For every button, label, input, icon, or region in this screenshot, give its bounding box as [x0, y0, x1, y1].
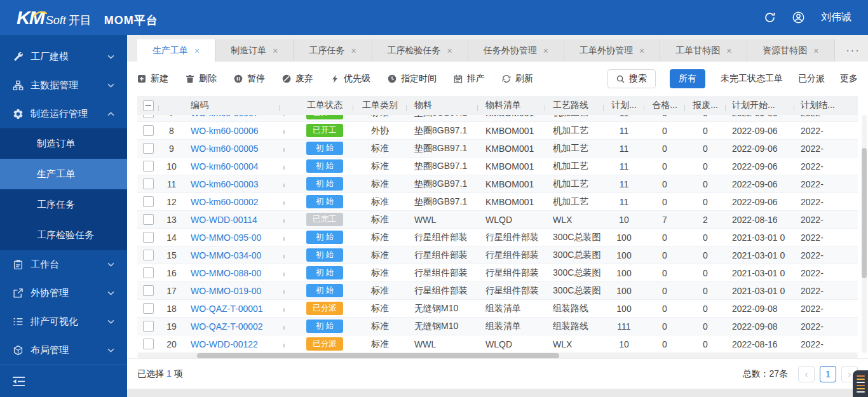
collapse-sidebar-icon[interactable] — [13, 375, 25, 387]
refresh-icon[interactable] — [764, 11, 776, 24]
prev-page-button[interactable]: ‹ — [798, 366, 815, 382]
sidebar-subitem-manufacturing-orders[interactable]: 制造订单 — [0, 128, 127, 159]
search-button[interactable]: 搜索 — [607, 69, 656, 88]
column-header-route[interactable]: 工艺路线 — [545, 100, 604, 111]
row-checkbox[interactable] — [143, 250, 154, 260]
row-checkbox[interactable] — [143, 232, 154, 243]
work-order-code-link[interactable]: WO-MMO-034-00 — [191, 250, 261, 260]
new-button[interactable]: 新建 — [137, 73, 168, 84]
refresh-button[interactable]: 刷新 — [502, 73, 533, 84]
table-row[interactable]: 16WO-MMO-088-00初 始标准行星组件部装行星组件部装300C总装图1… — [137, 264, 858, 282]
work-order-code-link[interactable]: WO-QAZ-T-00001 — [191, 304, 263, 314]
work-order-code-link[interactable]: WO-km60-00003 — [191, 179, 259, 189]
table-row[interactable]: 15WO-MMO-034-00初 始标准行星组件部装行星组件部装300C总装图1… — [137, 246, 858, 264]
floating-widget[interactable] — [853, 370, 868, 397]
tab-close-icon[interactable]: × — [543, 46, 548, 56]
work-order-code-link[interactable]: WO-MMO-019-00 — [191, 286, 261, 296]
filter-unfinished-button[interactable]: 未完工状态工单 — [721, 73, 783, 84]
delete-button[interactable]: 删除 — [186, 73, 217, 84]
table-row[interactable]: 10WO-km60-00004初 始标准垫圈8GB97.1KMBOM001机加工… — [137, 158, 858, 175]
tab-manufacturing-orders[interactable]: 制造订单× — [215, 39, 294, 62]
sidebar-item-master-data[interactable]: 主数据管理 — [0, 71, 127, 100]
row-checkbox[interactable] — [143, 178, 154, 189]
sidebar-item-workbench[interactable]: 工作台 — [0, 250, 127, 279]
vertical-scrollbar-thumb[interactable] — [862, 148, 867, 278]
sidebar-item-manufacturing-ops[interactable]: 制造运行管理 — [0, 100, 127, 128]
table-row[interactable]: 14WO-MMO-095-00初 始标准行星组件部装行星组件部装300C总装图1… — [137, 229, 858, 246]
sidebar-item-layout-management[interactable]: 布局管理 — [0, 336, 127, 365]
discard-button[interactable]: 废弃 — [282, 73, 313, 84]
table-row[interactable]: 19WO-QAZ-T-00002初 始标准无缝钢M10组装清单组装路线11100… — [137, 318, 858, 335]
user-name[interactable]: 刘伟诚 — [821, 11, 851, 24]
tab-task-outsourcing[interactable]: 任务外协管理× — [468, 39, 564, 62]
table-row[interactable]: 12WO-km60-00002初 始标准垫圈8GB97.1KMBOM001机加工… — [137, 193, 858, 211]
row-checkbox[interactable] — [143, 303, 154, 314]
row-checkbox[interactable] — [143, 196, 154, 207]
work-order-code-link[interactable]: WO-km60-00005 — [191, 144, 259, 154]
column-header-sel[interactable] — [137, 100, 159, 111]
column-header-status[interactable]: 工单状态 — [296, 100, 353, 111]
work-order-code-link[interactable]: WO-km60-00006 — [191, 126, 259, 136]
row-checkbox[interactable] — [143, 339, 154, 349]
horizontal-scrollbar[interactable] — [137, 353, 858, 358]
work-order-code-link[interactable]: WO-MMO-095-00 — [191, 232, 261, 243]
table-row[interactable]: 17WO-MMO-019-00初 始标准行星组件部装行星组件部装300C总装图1… — [137, 282, 858, 300]
tab-work-order-gantt[interactable]: 工单甘特图× — [660, 39, 747, 62]
column-header-code[interactable]: 编码 — [184, 100, 280, 111]
work-order-code-link[interactable]: WO-MMO-088-00 — [191, 268, 261, 278]
row-checkbox[interactable] — [143, 115, 154, 118]
work-order-code-link[interactable]: WO-km60-00002 — [191, 197, 259, 207]
tab-close-icon[interactable]: × — [726, 46, 731, 56]
filter-dispatched-button[interactable]: 已分派 — [798, 73, 825, 84]
work-order-code-link[interactable]: WO-km60-00007 — [191, 115, 259, 118]
sidebar-item-factory-modeling[interactable]: 工厂建模 — [0, 43, 127, 71]
filter-all-button[interactable]: 所有 — [670, 69, 705, 88]
column-header-type[interactable]: 工单类别 — [353, 100, 407, 111]
column-header-scrap[interactable]: 报废... — [685, 100, 726, 111]
sidebar-item-outsourcing[interactable]: 外协管理 — [0, 279, 127, 307]
work-order-code-link[interactable]: WO-QAZ-T-00002 — [191, 321, 263, 332]
row-checkbox[interactable] — [143, 125, 154, 136]
priority-button[interactable]: 优先级 — [330, 73, 370, 84]
table-row[interactable]: 7WO-km60-00007已开工标准垫圈8GB97.1KMBOM001机加工艺… — [137, 115, 858, 122]
sidebar-subitem-operation-inspection-tasks[interactable]: 工序检验任务 — [0, 220, 127, 250]
tab-operation-tasks[interactable]: 工序任务× — [294, 39, 372, 62]
column-header-plan_end[interactable]: 计划结... — [794, 100, 858, 111]
tab-close-icon[interactable]: × — [447, 46, 452, 56]
tab-close-icon[interactable]: × — [639, 46, 644, 56]
row-checkbox[interactable] — [143, 143, 154, 154]
table-row[interactable]: 8WO-km60-00006已开工外协垫圈8GB97.1KMBOM001机加工艺… — [137, 122, 858, 140]
table-row[interactable]: 20WO-WDD-00122已分派标准WWLWLQDWLX10002022-08… — [137, 335, 858, 353]
row-checkbox[interactable] — [143, 214, 154, 225]
tab-resource-gantt[interactable]: 资源甘特图× — [747, 39, 834, 62]
select-all-checkbox[interactable] — [143, 100, 154, 111]
column-header-material[interactable]: 物料 — [407, 100, 478, 111]
table-row[interactable]: 13WO-WDD-00114已完工标准WWLWLQDWLX10722022-08… — [137, 211, 858, 229]
row-checkbox[interactable] — [143, 161, 154, 172]
work-order-code-link[interactable]: WO-WDD-00114 — [191, 215, 257, 225]
tab-close-icon[interactable]: × — [813, 46, 818, 56]
tab-production-work-orders[interactable]: 生产工单× — [137, 39, 215, 62]
set-time-button[interactable]: 指定时间 — [388, 73, 437, 84]
tab-close-icon[interactable]: × — [351, 46, 356, 56]
user-icon[interactable] — [792, 11, 804, 24]
row-checkbox[interactable] — [143, 267, 154, 278]
column-header-bom[interactable]: 物料清单 — [478, 100, 545, 111]
tab-operation-inspection-tasks[interactable]: 工序检验任务× — [372, 39, 468, 62]
table-row[interactable]: 9WO-km60-00005初 始标准垫圈8GB97.1KMBOM001机加工艺… — [137, 140, 858, 158]
page-number-button[interactable]: 1 — [820, 366, 836, 382]
sidebar-subitem-operation-tasks[interactable]: 工序任务 — [0, 189, 127, 220]
pause-button[interactable]: 暂停 — [234, 73, 265, 84]
column-header-qualified[interactable]: 合格... — [644, 100, 685, 111]
work-order-code-link[interactable]: WO-km60-00004 — [191, 161, 259, 172]
row-checkbox[interactable] — [143, 321, 154, 332]
table-row[interactable]: 11WO-km60-00003初 始标准垫圈8GB97.1KMBOM001机加工… — [137, 175, 858, 193]
tab-close-icon[interactable]: × — [194, 46, 200, 56]
schedule-button[interactable]: 排产 — [454, 73, 485, 84]
filter-more-button[interactable]: 更多 — [840, 73, 858, 84]
tabs-more-button[interactable]: ··· — [835, 39, 868, 62]
tab-close-icon[interactable]: × — [273, 46, 278, 56]
table-row[interactable]: 18WO-QAZ-T-00001已分派标准无缝钢M10组装清单组装路线10000… — [137, 300, 858, 318]
column-header-plan_qty[interactable]: 计划... — [604, 100, 644, 111]
sidebar-subitem-production-work-orders[interactable]: 生产工单 — [0, 159, 127, 189]
